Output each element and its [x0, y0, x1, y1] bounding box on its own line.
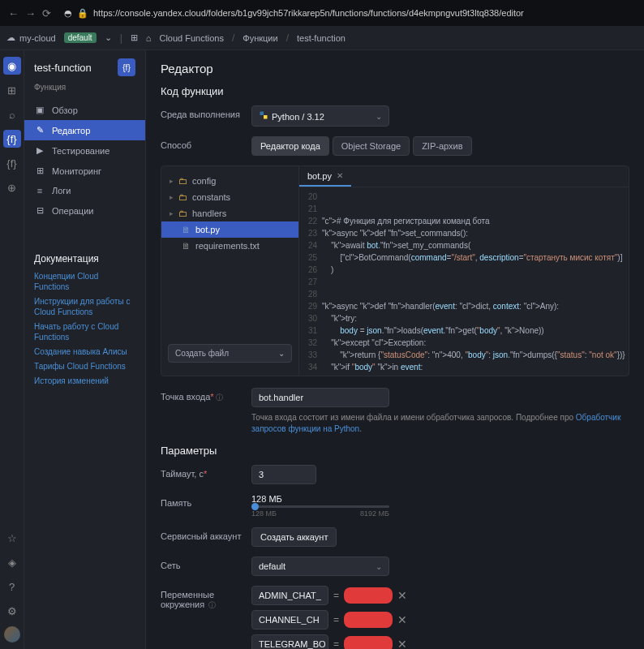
breadcrumb-service[interactable]: Cloud Functions — [159, 33, 224, 43]
chevron-down-icon: ⌄ — [376, 562, 382, 571]
rail-db-icon[interactable]: ⊕ — [3, 178, 21, 196]
tree-folder[interactable]: ▸🗀config — [161, 173, 298, 189]
docs-title: Документация — [34, 253, 135, 264]
network-label: Сеть — [161, 557, 242, 570]
method-tab[interactable]: Редактор кода — [251, 136, 329, 156]
rail-search-icon[interactable]: ⌕ — [3, 105, 21, 123]
network-select[interactable]: default ⌄ — [251, 557, 389, 576]
url-box[interactable]: ◓ 🔒 https://console.yandex.cloud/folders… — [58, 5, 636, 22]
breadcrumb-section[interactable]: Функции — [243, 33, 277, 43]
timeout-input[interactable]: 3 — [251, 465, 316, 484]
rail-diamond-icon[interactable]: ◈ — [3, 553, 21, 571]
method-label: Способ — [161, 136, 242, 150]
delete-env-icon[interactable]: ✕ — [397, 589, 407, 602]
breadcrumb-item[interactable]: test-function — [297, 33, 346, 43]
rail-star-icon[interactable]: ☆ — [3, 529, 21, 547]
file-tree: ▸🗀config▸🗀constants▸🗀handlers 🗎bot.py🗎re… — [161, 166, 299, 376]
rail-functions-icon[interactable]: {f} — [3, 130, 21, 148]
env-value-redacted — [344, 587, 393, 604]
env-key-input[interactable]: TELEGRAM_BO — [251, 634, 328, 649]
rail-grid-icon[interactable]: ⊞ — [3, 81, 21, 99]
sidebar-item-мониторинг[interactable]: ⊞Мониторинг — [24, 161, 145, 181]
method-tab[interactable]: Object Storage — [333, 136, 410, 156]
url-text: https://console.yandex.cloud/folders/b1g… — [93, 8, 524, 18]
chevron-down-icon: ⌄ — [278, 349, 285, 358]
runtime-label: Среда выполнения — [161, 105, 242, 119]
entrypoint-hint: Точка входа состоит из имени файла и име… — [251, 412, 629, 435]
top-toolbar: ☁ my-cloud default ⌄ | ⊞ ⌂ Cloud Functio… — [0, 26, 644, 50]
sidebar-item-редактор[interactable]: ✎Редактор — [24, 120, 145, 140]
rail-code-icon[interactable]: {f} — [3, 154, 21, 172]
lock-icon: 🔒 — [77, 8, 88, 19]
tree-folder[interactable]: ▸🗀handlers — [161, 205, 298, 221]
entrypoint-input[interactable]: bot.handler — [251, 388, 389, 407]
forward-icon[interactable]: → — [25, 7, 36, 19]
code-body[interactable]: 2021222324252627282930313233343536373839… — [299, 187, 629, 376]
runtime-select[interactable]: Python / 3.12 ⌄ — [251, 105, 389, 127]
delete-env-icon[interactable]: ✕ — [397, 638, 407, 649]
doc-link[interactable]: Начать работу с Cloud Functions — [34, 321, 135, 342]
avatar[interactable] — [4, 626, 20, 643]
doc-link[interactable]: Концепции Cloud Functions — [34, 271, 135, 292]
sidebar-subtitle: Функция — [24, 83, 145, 100]
params-title: Параметры — [161, 445, 629, 457]
envvars-label: Переменные окружения ⓘ — [161, 586, 242, 611]
serviceacc-label: Сервисный аккаунт — [161, 527, 242, 541]
memory-value: 128 МБ — [251, 494, 389, 504]
doc-link[interactable]: Создание навыка Алисы — [34, 346, 135, 357]
content-area: Редактор Код функции Среда выполнения Py… — [146, 50, 644, 649]
folder-badge[interactable]: default — [64, 32, 97, 43]
tree-folder[interactable]: ▸🗀constants — [161, 189, 298, 205]
editor-tab[interactable]: bot.py ✕ — [299, 166, 351, 187]
sidebar-item-логи[interactable]: ≡Логи — [24, 181, 145, 200]
method-tab[interactable]: ZIP-архив — [413, 136, 471, 156]
breadcrumb-cloud[interactable]: ☁ my-cloud — [6, 32, 56, 43]
memory-label: Память — [161, 494, 242, 508]
svg-rect-1 — [264, 115, 268, 119]
env-value-redacted — [344, 612, 393, 628]
env-value-redacted — [344, 636, 393, 649]
home-icon[interactable]: ⌂ — [146, 33, 152, 43]
icon-rail: ◉ ⊞ ⌕ {f} {f} ⊕ ☆ ◈ ? ⚙ — [0, 50, 24, 649]
code-section-title: Код функции — [161, 85, 629, 97]
svg-rect-0 — [260, 112, 264, 116]
shield-icon: ◓ — [64, 8, 72, 19]
create-account-button[interactable]: Создать аккаунт — [251, 527, 337, 547]
env-key-input[interactable]: CHANNEL_CH — [251, 610, 328, 630]
chevron-down-icon[interactable]: ⌄ — [105, 32, 112, 43]
sidebar-title: test-function — [34, 62, 92, 74]
tree-file[interactable]: 🗎requirements.txt — [161, 238, 298, 254]
doc-link[interactable]: Тарифы Cloud Functions — [34, 361, 135, 372]
timeout-label: Таймаут, с* — [161, 465, 242, 479]
memory-slider[interactable] — [251, 505, 389, 508]
rail-home-icon[interactable]: ◉ — [3, 57, 21, 75]
memory-min: 128 МБ — [251, 509, 277, 518]
sidebar-item-обзор[interactable]: ▣Обзор — [24, 100, 145, 120]
browser-bar: ← → ⟳ ◓ 🔒 https://console.yandex.cloud/f… — [0, 0, 644, 26]
chevron-down-icon: ⌄ — [376, 112, 382, 121]
sidebar-item-тестирование[interactable]: ▶Тестирование — [24, 140, 145, 161]
rail-help-icon[interactable]: ? — [3, 578, 21, 595]
editor-panel: ▸🗀config▸🗀constants▸🗀handlers 🗎bot.py🗎re… — [161, 165, 629, 376]
back-icon[interactable]: ← — [8, 7, 19, 19]
env-key-input[interactable]: ADMIN_CHAT_ — [251, 586, 328, 605]
close-icon[interactable]: ✕ — [337, 171, 343, 180]
reload-icon[interactable]: ⟳ — [42, 7, 51, 19]
page-title: Редактор — [161, 62, 629, 75]
tree-file[interactable]: 🗎bot.py — [161, 221, 298, 238]
memory-max: 8192 МБ — [360, 509, 389, 518]
entrypoint-label: Точка входа*ⓘ — [161, 388, 242, 403]
sidebar: test-function {f} Функция ▣Обзор✎Редакто… — [24, 50, 146, 649]
create-file-button[interactable]: Создать файл ⌄ — [168, 344, 292, 363]
doc-link[interactable]: Инструкции для работы с Cloud Functions — [34, 296, 135, 317]
grid-icon[interactable]: ⊞ — [131, 32, 138, 43]
function-badge: {f} — [118, 58, 135, 76]
sidebar-item-операции[interactable]: ⊟Операции — [24, 200, 145, 221]
rail-settings-icon[interactable]: ⚙ — [3, 602, 21, 620]
delete-env-icon[interactable]: ✕ — [397, 613, 407, 626]
doc-link[interactable]: История изменений — [34, 376, 135, 386]
